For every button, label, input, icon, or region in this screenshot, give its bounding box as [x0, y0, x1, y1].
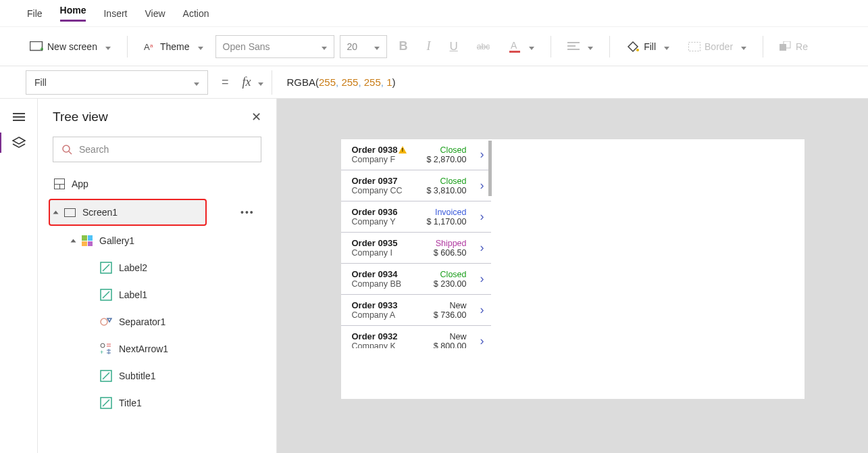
- chevron-right-icon[interactable]: ›: [471, 210, 484, 224]
- separator: [551, 36, 551, 57]
- tree-label: Label1: [119, 289, 147, 300]
- close-icon[interactable]: ✕: [251, 110, 261, 124]
- search-placeholder: Search: [79, 144, 109, 155]
- app-icon: [54, 178, 65, 189]
- fill-label: Fill: [644, 41, 656, 52]
- gallery-item[interactable]: Order 0933New›Company A$ 736.00: [341, 295, 491, 326]
- menu-view[interactable]: View: [145, 8, 165, 19]
- svg-line-16: [103, 264, 109, 271]
- tree-node-nextarrow1[interactable]: + NextArrow1: [53, 335, 276, 362]
- formula-arg: 255: [364, 76, 381, 88]
- order-company: Company BB: [352, 279, 430, 289]
- label-icon: [100, 262, 112, 274]
- fill-button[interactable]: Fill: [619, 37, 676, 57]
- theme-icon: Aa: [144, 41, 156, 52]
- formula-bar: Fill = fx RGBA(255, 255, 255, 1): [0, 66, 868, 99]
- order-amount: $ 1,170.00: [426, 217, 466, 226]
- gallery-icon: [82, 235, 93, 246]
- chevron-right-icon[interactable]: ›: [471, 334, 484, 348]
- gallery-item[interactable]: Order 0935Shipped›Company I$ 606.50: [341, 233, 491, 264]
- menu-insert[interactable]: Insert: [103, 8, 127, 19]
- gallery-item[interactable]: Order 0938Closed›Company F$ 2,870.00: [341, 139, 491, 170]
- chevron-down-icon: [584, 41, 593, 52]
- tree-node-gallery1[interactable]: Gallery1: [53, 227, 276, 254]
- strike-button[interactable]: abc: [470, 38, 496, 55]
- tree: App Screen1 ••• Gallery1 Label2: [38, 170, 276, 416]
- border-button[interactable]: Border: [682, 37, 753, 56]
- font-color-button[interactable]: A: [502, 36, 541, 57]
- order-company: Company A: [352, 310, 430, 320]
- font-family-value: Open Sans: [223, 41, 270, 52]
- order-company: Company CC: [352, 186, 423, 195]
- formula-arg: 1: [386, 76, 392, 88]
- formula-input[interactable]: RGBA(255, 255, 255, 1): [272, 70, 868, 95]
- order-title: Order 0932: [352, 331, 430, 341]
- gallery-item[interactable]: Order 0934Closed›Company BB$ 230.00: [341, 264, 491, 295]
- reorder-icon: [780, 41, 792, 52]
- chevron-right-icon[interactable]: ›: [471, 303, 484, 317]
- theme-button[interactable]: Aa Theme: [137, 37, 210, 56]
- svg-text:a: a: [150, 43, 153, 49]
- font-size-value: 20: [347, 41, 358, 52]
- expand-icon[interactable]: [53, 211, 59, 214]
- screen-icon: [64, 208, 76, 217]
- chevron-right-icon[interactable]: ›: [471, 178, 484, 193]
- svg-line-23: [103, 373, 109, 379]
- tree-node-title1[interactable]: Title1: [53, 389, 276, 416]
- separator: [609, 36, 610, 57]
- menu-file[interactable]: File: [27, 8, 43, 19]
- order-title: Order 0937: [352, 176, 423, 186]
- reorder-label: Re: [796, 41, 808, 52]
- new-screen-icon: +: [30, 41, 43, 51]
- tree-label: Title1: [119, 398, 142, 408]
- bold-button[interactable]: B: [392, 35, 415, 57]
- order-status: Shipped: [434, 239, 467, 248]
- tree-node-app[interactable]: App: [53, 170, 276, 197]
- new-screen-button[interactable]: + New screen: [23, 37, 118, 56]
- formula-fn: RGBA: [287, 76, 316, 88]
- tree-view-tab[interactable]: [11, 135, 26, 150]
- scrollbar[interactable]: [488, 141, 492, 196]
- svg-text:A: A: [511, 40, 517, 51]
- gallery-item[interactable]: Order 0932New›Company K$ 800.00: [341, 326, 491, 348]
- chevron-right-icon[interactable]: ›: [471, 272, 484, 286]
- tree-node-screen1[interactable]: Screen1: [49, 199, 207, 226]
- font-family-combo[interactable]: Open Sans: [215, 35, 334, 58]
- tree-node-subtitle1[interactable]: Subtitle1: [53, 362, 276, 389]
- label-icon: [100, 289, 112, 301]
- property-selector[interactable]: Fill: [26, 70, 208, 95]
- tree-node-label1[interactable]: Label1: [53, 281, 276, 308]
- align-icon: [567, 42, 580, 51]
- reorder-button[interactable]: Re: [773, 37, 815, 56]
- order-title: Order 0933: [352, 300, 430, 310]
- search-input[interactable]: Search: [53, 137, 261, 162]
- order-company: Company K: [352, 341, 430, 348]
- menu-action[interactable]: Action: [183, 8, 209, 19]
- expand-icon[interactable]: [71, 239, 76, 243]
- underline-button[interactable]: U: [443, 36, 465, 57]
- order-title: Order 0934: [352, 269, 430, 279]
- border-icon: [688, 42, 700, 51]
- svg-line-18: [103, 291, 109, 298]
- design-canvas[interactable]: Order 0938Closed›Company F$ 2,870.00Orde…: [277, 99, 868, 453]
- tree-node-label2[interactable]: Label2: [53, 254, 276, 281]
- property-name: Fill: [34, 77, 47, 88]
- tree-node-separator1[interactable]: Separator1: [53, 308, 276, 335]
- gallery-item[interactable]: Order 0936Invoiced›Company Y$ 1,170.00: [341, 201, 491, 233]
- svg-rect-5: [509, 51, 520, 53]
- chevron-right-icon[interactable]: ›: [471, 241, 484, 255]
- italic-button[interactable]: I: [420, 35, 438, 57]
- gallery-preview[interactable]: Order 0938Closed›Company F$ 2,870.00Orde…: [341, 139, 491, 348]
- screen-preview[interactable]: Order 0938Closed›Company F$ 2,870.00Orde…: [341, 139, 805, 399]
- hamburger-icon[interactable]: [13, 111, 25, 123]
- menu-home[interactable]: Home: [60, 5, 86, 22]
- chevron-right-icon[interactable]: ›: [471, 147, 484, 162]
- order-title: Order 0938: [352, 145, 423, 155]
- fill-icon: [626, 41, 640, 53]
- tree-label: Subtitle1: [119, 371, 155, 381]
- fx-button[interactable]: fx: [242, 75, 263, 89]
- more-options-button[interactable]: •••: [240, 207, 255, 218]
- font-size-combo[interactable]: 20: [340, 35, 387, 58]
- align-button[interactable]: [561, 37, 600, 56]
- gallery-item[interactable]: Order 0937Closed›Company CC$ 3,810.00: [341, 170, 491, 201]
